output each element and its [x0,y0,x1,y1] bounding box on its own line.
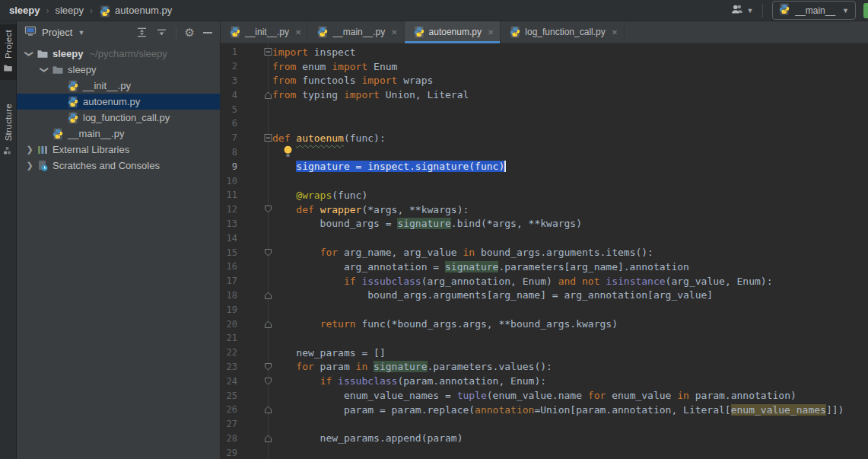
line-number: 4 [221,90,237,100]
code-line-7[interactable]: 7def autoenum(func): [221,131,868,145]
tree-item--init-py[interactable]: __init__.py [17,78,220,94]
breadcrumb-file[interactable]: autoenum.py [115,5,172,16]
titlebar-right: ▼ __main__ ▼ [730,1,868,20]
code-line-19[interactable]: 19 [221,302,868,317]
tree-item-sleepy[interactable]: ❯sleepy [17,62,220,78]
fold-up-icon[interactable] [237,432,268,446]
code-line-29[interactable]: 29 [221,445,868,459]
fold-down-icon[interactable] [237,202,268,217]
code-line-27[interactable]: 27 [221,417,868,432]
code-line-5[interactable]: 5 [221,102,868,116]
code-line-15[interactable]: 15 for arg_name, arg_value in bound_args… [221,245,868,260]
tab--main-py[interactable]: __main__.py✕ [308,21,404,43]
code-line-14[interactable]: 14 [221,231,868,245]
code-line-18[interactable]: 18 bound_args.arguments[arg_name] = arg_… [221,288,868,303]
breadcrumb-separator-icon: › [40,5,55,16]
code-line-25[interactable]: 25 enum_value_names = tuple(enum_value.n… [221,388,868,403]
tree-item-log-function-call-py[interactable]: log_function_call.py [17,110,220,126]
code-line-16[interactable]: 16 arg_annotation = signature.parameters… [221,260,868,274]
tree-item--main-py[interactable]: __main__.py [17,126,220,142]
breadcrumb-package[interactable]: sleepy [55,5,84,16]
tab-label: __init__.py [245,27,289,37]
fold-down-icon[interactable] [237,360,268,375]
close-icon[interactable]: ✕ [391,28,397,37]
line-number: 5 [221,104,237,115]
fold-box-icon[interactable] [237,131,268,145]
line-number: 19 [221,304,237,315]
code-line-10[interactable]: 10 [221,174,868,188]
code-line-26[interactable]: 26 param = param.replace(annotation=Unio… [221,403,868,417]
code-line-2[interactable]: 2from enum import Enum [221,59,868,74]
run-button-partial[interactable] [863,3,868,18]
code-line-23[interactable]: 23 for param in signature.parameters.val… [221,360,868,375]
code-line-24[interactable]: 24 if issubclass(param.annotation, Enum)… [221,374,868,388]
code-line-17[interactable]: 17 if issubclass(arg_annotation, Enum) a… [221,274,868,288]
chevron-down-icon[interactable]: ❯ [38,65,52,75]
users-menu-button[interactable]: ▼ [730,4,753,18]
tab--init-py[interactable]: __init__.py✕ [221,21,308,43]
chevron-down-icon[interactable]: ▼ [78,29,84,37]
code-editor[interactable]: 1import inspect2from enum import Enum3fr… [221,43,868,459]
tab-log-function-call-py[interactable]: log_function_call.py✕ [501,21,625,43]
tool-stripe-structure-label: Structure [4,104,13,141]
tool-stripe-structure-button[interactable]: Structure [0,98,17,162]
line-number: 7 [221,132,237,143]
code-line-3[interactable]: 3from functools import wraps [221,74,868,88]
code-line-9[interactable]: 9 signature = inspect.signature(func) [221,159,868,174]
fold-up-icon[interactable] [237,317,268,331]
code-line-28[interactable]: 28 new_params.append(param) [221,432,868,446]
tool-stripe-project-button[interactable]: Project [0,24,17,80]
fold-up-icon[interactable] [237,88,268,102]
tree-item-scratches-and-consoles[interactable]: ❯Scratches and Consoles [17,158,220,174]
tree-item-autoenum-py[interactable]: autoenum.py [17,94,220,110]
fold-up-icon[interactable] [237,288,268,303]
code-line-8[interactable]: 8 [221,145,868,160]
code-line-text: for param in signature.parameters.values… [268,361,552,372]
divider [176,27,176,39]
code-line-22[interactable]: 22 new_params = [] [221,346,868,360]
chevron-right-icon[interactable]: ❯ [23,161,37,171]
gear-icon[interactable]: ⚙ [185,26,195,40]
code-line-6[interactable]: 6 [221,116,868,131]
code-line-11[interactable]: 11 @wraps(func) [221,188,868,202]
project-panel-title[interactable]: Project [42,27,72,38]
code-line-21[interactable]: 21 [221,331,868,346]
fold-box-icon[interactable] [237,45,268,59]
tab-autoenum-py[interactable]: autoenum.py✕ [405,21,501,43]
collapse-expand-icon[interactable] [136,27,148,38]
editor-area: __init__.py✕__main__.py✕autoenum.py✕log_… [221,21,868,459]
code-line-1[interactable]: 1import inspect [221,45,868,59]
collapse-all-icon[interactable] [156,27,167,38]
close-icon[interactable]: ✕ [295,28,301,37]
run-configuration-select[interactable]: __main__ ▼ [772,1,856,20]
tree-item-external-libraries[interactable]: ❯External Libraries [17,142,220,158]
python-icon [67,80,79,92]
divider [762,4,763,18]
python-file-icon [99,5,111,18]
chevron-down-icon[interactable]: ❯ [23,49,37,59]
gutter-spacer [237,302,268,317]
close-icon[interactable]: ✕ [612,28,618,37]
close-icon[interactable]: ✕ [488,28,494,37]
hide-panel-icon[interactable] [203,32,212,33]
breadcrumb-project[interactable]: sleepy [9,5,40,16]
run-configuration-label: __main__ [795,5,835,16]
fold-up-icon[interactable] [237,403,268,417]
gutter-spacer [237,188,268,202]
project-icon [3,62,13,76]
chevron-right-icon[interactable]: ❯ [23,145,37,155]
chevron-down-icon: ▼ [842,7,849,14]
tree-item-sleepy[interactable]: ❯sleepy~/pycharm/sleepy [17,46,220,62]
code-line-4[interactable]: 4from typing import Union, Literal [221,88,868,102]
gutter-spacer [237,159,268,174]
fold-down-icon[interactable] [237,374,268,388]
code-line-text: signature = inspect.signature(func) [268,161,506,172]
code-line-13[interactable]: 13 bound_args = signature.bind(*args, **… [221,217,868,231]
line-number: 25 [221,390,237,401]
code-line-20[interactable]: 20 return func(*bound_args.args, **bound… [221,317,868,331]
gutter-spacer [237,174,268,188]
tree-item-label: __init__.py [83,80,131,91]
code-line-12[interactable]: 12 def wrapper(*args, **kwargs): [221,202,868,217]
intention-bulb-icon[interactable] [283,145,293,158]
fold-down-icon[interactable] [237,245,268,260]
